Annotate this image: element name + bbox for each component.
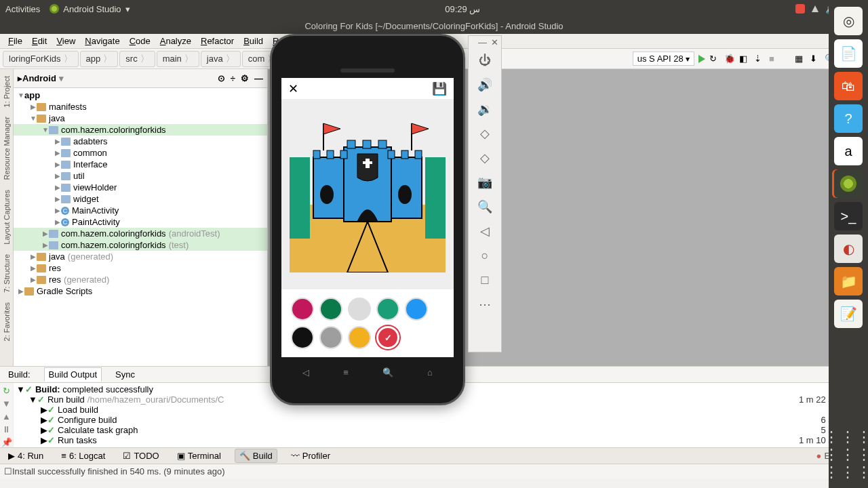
color-swatch[interactable] [319, 298, 342, 321]
dock-terminal-icon[interactable]: >_ [834, 202, 863, 230]
tree-item[interactable]: ▶util [14, 170, 267, 182]
breadcrumb-item[interactable]: src [119, 51, 155, 67]
tree-item[interactable]: ▶CPaintActivity [14, 216, 267, 228]
tree-item[interactable]: ▶CMainActivity [14, 205, 267, 216]
rotate-right-icon[interactable]: ◇ [469, 146, 501, 170]
dock-apps-icon[interactable]: ⋮⋮⋮⋮⋮⋮⋮⋮⋮ [824, 428, 868, 481]
left-tab[interactable]: Resource Manager [1, 113, 12, 184]
dock-emulator-icon[interactable]: ◐ [834, 235, 863, 263]
project-tree[interactable]: ▼app▶manifests▼java▼com.hazem.coloringfo… [14, 88, 267, 366]
color-swatch[interactable]: ✓ [376, 326, 399, 349]
bottom-tab-6-logcat[interactable]: ≡ 6: Logcat [57, 449, 109, 462]
tree-item[interactable]: ▶widget [14, 193, 267, 205]
more-icon[interactable]: ⋯ [469, 292, 501, 317]
breadcrumb-item[interactable]: app [80, 51, 119, 67]
volume-down-icon[interactable]: 🔉 [469, 97, 501, 121]
tree-item[interactable]: ▶common [14, 147, 267, 159]
back-icon[interactable]: ◁ [469, 219, 501, 243]
left-tab[interactable]: 1: Project [1, 72, 12, 111]
run-button[interactable] [698, 55, 705, 63]
overview-icon[interactable]: □ [469, 268, 501, 292]
menu-code[interactable]: Code [125, 35, 155, 47]
avd-manager-icon[interactable]: ▦ [795, 54, 806, 64]
tree-item[interactable]: ▶manifests [14, 101, 267, 113]
rotate-left-icon[interactable]: ◇ [469, 121, 501, 146]
hide-panel-icon[interactable]: — [254, 73, 263, 83]
volume-up-icon[interactable]: 🔊 [469, 73, 501, 97]
tree-item[interactable]: ▶com.hazem.coloringforkids(test) [14, 239, 267, 251]
menu-analyze[interactable]: Analyze [156, 35, 195, 47]
debug-icon[interactable]: 🐞 [724, 54, 735, 64]
clock[interactable]: ﺱ 09:29 [130, 4, 795, 14]
build-line[interactable]: ▶ Load build69 ms [16, 405, 865, 415]
tree-item[interactable]: ▶com.hazem.coloringforkids(androidTest) [14, 228, 267, 239]
activities-button[interactable]: Activities [5, 4, 40, 14]
breadcrumb-item[interactable]: java [201, 51, 241, 67]
nav-back-icon[interactable]: ◁ [302, 367, 309, 378]
emu-minimize-icon[interactable]: — [478, 37, 487, 47]
power-icon[interactable]: ⏻ [469, 48, 501, 73]
breadcrumb[interactable]: loringForKidsappsrcmainjavacomb [3, 51, 303, 67]
close-icon[interactable]: ✕ [288, 81, 298, 96]
nav-search-icon[interactable]: 🔍 [382, 367, 393, 378]
nav-home-icon[interactable]: ⌂ [427, 367, 433, 378]
dock-amazon-icon[interactable]: a [834, 137, 863, 165]
color-swatch[interactable] [376, 298, 399, 321]
tree-item[interactable]: ▶Interface [14, 159, 267, 170]
color-swatch[interactable] [348, 326, 371, 349]
stop-icon[interactable]: ■ [769, 54, 780, 64]
bottom-tab-profiler[interactable]: 〰 Profiler [287, 449, 334, 462]
bottom-tab-terminal[interactable]: ▣ Terminal [173, 449, 225, 462]
color-swatch[interactable] [291, 326, 314, 349]
color-swatch[interactable] [291, 298, 314, 321]
dock-android-studio-icon[interactable] [834, 169, 863, 198]
emu-close-icon[interactable]: ✕ [491, 37, 498, 47]
build-tab[interactable]: Build: [4, 368, 35, 381]
breadcrumb-item[interactable]: loringForKids [3, 51, 79, 67]
tree-item[interactable]: ▶java(generated) [14, 251, 267, 262]
left-tab[interactable]: 7: Structure [1, 250, 12, 297]
dock-files-icon[interactable]: ◎ [834, 7, 863, 35]
collapse-icon[interactable]: ÷ [231, 73, 235, 83]
rerun-icon[interactable]: ↻ [3, 386, 10, 396]
dock-help-icon[interactable]: ? [834, 104, 863, 133]
nav-menu-icon[interactable]: ≡ [343, 367, 349, 378]
bottom-tab-build[interactable]: 🔨 Build [235, 449, 277, 463]
left-tab[interactable]: Layout Captures [1, 186, 12, 249]
emulator-screen[interactable]: ✕ 💾 [281, 78, 454, 357]
home-icon[interactable]: ○ [469, 243, 501, 268]
attach-debugger-icon[interactable]: ⇣ [754, 54, 765, 64]
tree-item[interactable]: ▶viewHolder [14, 182, 267, 193]
menu-edit[interactable]: Edit [28, 35, 51, 47]
coloring-canvas[interactable] [281, 100, 454, 289]
tree-item[interactable]: ▶Gradle Scripts [14, 285, 267, 297]
tree-item[interactable]: ▶adabters [14, 136, 267, 147]
profile-icon[interactable]: ◧ [739, 54, 750, 64]
left-tab[interactable]: 2: Favorites [1, 298, 12, 345]
breadcrumb-item[interactable]: main [157, 51, 199, 67]
menu-refactor[interactable]: Refactor [197, 35, 238, 47]
screenshot-icon[interactable]: 📷 [469, 170, 501, 195]
color-swatch[interactable] [319, 326, 342, 349]
dock-software-icon[interactable]: 🛍 [834, 72, 863, 100]
apply-changes-icon[interactable]: ↻ [709, 54, 720, 64]
record-icon[interactable] [795, 4, 805, 14]
gear-icon[interactable]: ⚙ [241, 73, 249, 83]
build-line[interactable]: ▶ Configure build6 s 164 ms [16, 415, 865, 425]
target-icon[interactable]: ⊙ [218, 73, 225, 83]
tree-item[interactable]: ▶res(generated) [14, 274, 267, 285]
project-view-selector[interactable]: Android [22, 73, 56, 83]
build-line[interactable]: ▶ Run tasks1 m 10 s 802 ms [16, 435, 865, 445]
tree-item[interactable]: ▶res [14, 262, 267, 274]
dock-writer-icon[interactable]: 📄 [834, 39, 863, 68]
dock-nautilus-icon[interactable]: 📁 [834, 267, 863, 296]
tree-item[interactable]: ▼java [14, 113, 267, 124]
save-icon[interactable]: 💾 [432, 81, 447, 96]
bottom-tab-4-run[interactable]: ▶ 4: Run [4, 449, 47, 462]
menu-build[interactable]: Build [239, 35, 267, 47]
menu-view[interactable]: View [52, 35, 79, 47]
sdk-manager-icon[interactable]: ⬇ [810, 54, 821, 64]
build-line[interactable]: ▶ Calculate task graph5 s 263 ms [16, 425, 865, 435]
color-swatch[interactable] [348, 298, 371, 321]
dock-notes-icon[interactable]: 📝 [834, 300, 863, 328]
